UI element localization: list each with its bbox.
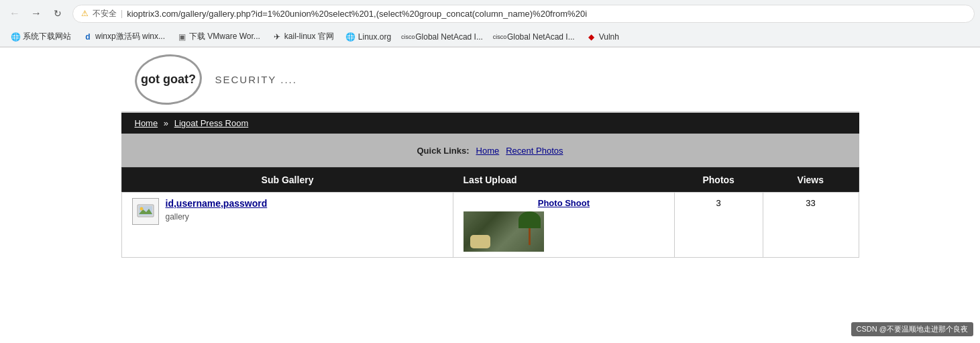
svg-point-3	[140, 207, 143, 211]
bookmark-vmware-icon: ▣	[177, 32, 186, 42]
photo-title-link[interactable]: Photo Shoot	[464, 198, 664, 208]
header-views: Views	[763, 168, 859, 193]
quick-link-recent-photos[interactable]: Recent Photos	[506, 146, 563, 156]
gallery-header-row: Sub Gallery Last Upload Photos Views	[121, 168, 859, 193]
gallery-views-count-cell: 33	[763, 193, 859, 258]
quick-link-home[interactable]: Home	[476, 146, 500, 156]
photo-preview-image	[464, 211, 544, 252]
header-photos: Photos	[674, 168, 763, 193]
site-header: got goat? SECURITY ....	[121, 48, 859, 113]
gallery-row-left: id,username,password gallery	[132, 198, 443, 225]
browser-chrome: ← → ↻ ⚠ 不安全 | kioptrix3.com/gallery/gall…	[0, 0, 980, 48]
breadcrumb: Home » Ligoat Press Room	[121, 113, 859, 134]
gallery-subtitle: gallery	[166, 212, 189, 222]
separator: |	[121, 9, 123, 18]
gallery-thumbnail	[132, 198, 159, 225]
bookmark-linux-label: Linux.org	[358, 32, 391, 42]
header-last-upload: Last Upload	[453, 168, 675, 193]
forward-button[interactable]: →	[27, 4, 46, 23]
logo-oval: got goat?	[132, 52, 203, 107]
breadcrumb-separator: »	[164, 118, 168, 128]
gallery-title-link[interactable]: id,username,password	[166, 198, 268, 209]
nav-buttons: ← → ↻	[5, 4, 67, 23]
bookmark-winxp-label: winxp激活码 winx...	[95, 31, 165, 42]
bookmark-kali[interactable]: ✈ kail-linux 官网	[267, 29, 339, 44]
gallery-photos-count-cell: 3	[674, 193, 763, 258]
quick-links-label: Quick Links:	[417, 146, 470, 156]
bookmark-netacad2-icon: cisco	[495, 32, 504, 42]
gallery-row-1: id,username,password gallery Photo Shoot	[121, 193, 859, 258]
address-bar-container[interactable]: ⚠ 不安全 | kioptrix3.com/gallery/gallery.ph…	[72, 5, 975, 23]
photo-preview	[464, 211, 544, 252]
bookmark-kali-label: kail-linux 官网	[284, 31, 334, 42]
site-tagline: SECURITY ....	[215, 74, 297, 85]
breadcrumb-current-link[interactable]: Ligoat Press Room	[174, 118, 249, 128]
security-warning-icon: ⚠	[81, 9, 89, 18]
gallery-table-header: Sub Gallery Last Upload Photos Views	[121, 168, 859, 193]
bookmark-xitong-label: 系统下载网站	[23, 31, 71, 42]
bookmark-kali-icon: ✈	[272, 32, 282, 42]
logo-container: got goat?	[135, 54, 202, 105]
address-text: kioptrix3.com/gallery/gallery.php?id=1%2…	[127, 9, 966, 19]
bookmarks-bar: 🌐 系统下载网站 d winxp激活码 winx... ▣ 下载 VMware …	[0, 27, 980, 47]
bookmark-vulnh[interactable]: ◆ Vulnh	[582, 30, 624, 44]
bookmark-netacad1[interactable]: cisco Global NetAcad I...	[398, 30, 488, 44]
bookmark-vmware-label: 下载 VMware Wor...	[189, 31, 260, 42]
quick-links-bar: Quick Links: Home Recent Photos	[121, 134, 859, 167]
gallery-last-upload-cell: Photo Shoot	[453, 193, 675, 258]
gallery-table: Sub Gallery Last Upload Photos Views	[121, 167, 859, 258]
gallery-table-body: id,username,password gallery Photo Shoot	[121, 193, 859, 258]
back-button[interactable]: ←	[5, 4, 24, 23]
gallery-info: id,username,password gallery	[166, 198, 268, 222]
bookmark-winxp[interactable]: d winxp激活码 winx...	[78, 29, 170, 44]
bookmark-xitong[interactable]: 🌐 系统下载网站	[5, 29, 76, 44]
bookmark-netacad2[interactable]: cisco Global NetAcad I...	[490, 30, 580, 44]
security-label: 不安全	[93, 8, 117, 19]
breadcrumb-home-link[interactable]: Home	[135, 118, 158, 128]
bookmark-winxp-icon: d	[83, 32, 93, 42]
bookmark-vulnh-label: Vulnh	[599, 32, 619, 42]
bookmark-linux[interactable]: 🌐 Linux.org	[341, 30, 396, 44]
bookmark-vulnh-icon: ◆	[587, 32, 596, 42]
header-sub-gallery: Sub Gallery	[121, 168, 453, 193]
bookmark-netacad2-label: Global NetAcad I...	[507, 32, 575, 42]
browser-toolbar: ← → ↻ ⚠ 不安全 | kioptrix3.com/gallery/gall…	[0, 0, 980, 27]
goat-decoration	[470, 235, 490, 248]
tree-decoration	[529, 215, 531, 245]
page-content: got goat? SECURITY .... Home » Ligoat Pr…	[121, 48, 859, 258]
bookmark-linux-icon: 🌐	[346, 32, 356, 42]
bookmark-netacad1-label: Global NetAcad I...	[415, 32, 483, 42]
refresh-button[interactable]: ↻	[48, 4, 67, 23]
gallery-sub-gallery-cell: id,username,password gallery	[121, 193, 453, 258]
bookmark-vmware[interactable]: ▣ 下载 VMware Wor...	[172, 29, 266, 44]
logo-text: got goat?	[141, 72, 196, 87]
gallery-thumb-icon	[136, 202, 155, 221]
bookmark-xitong-icon: 🌐	[11, 32, 20, 42]
bookmark-netacad1-icon: cisco	[403, 32, 413, 42]
